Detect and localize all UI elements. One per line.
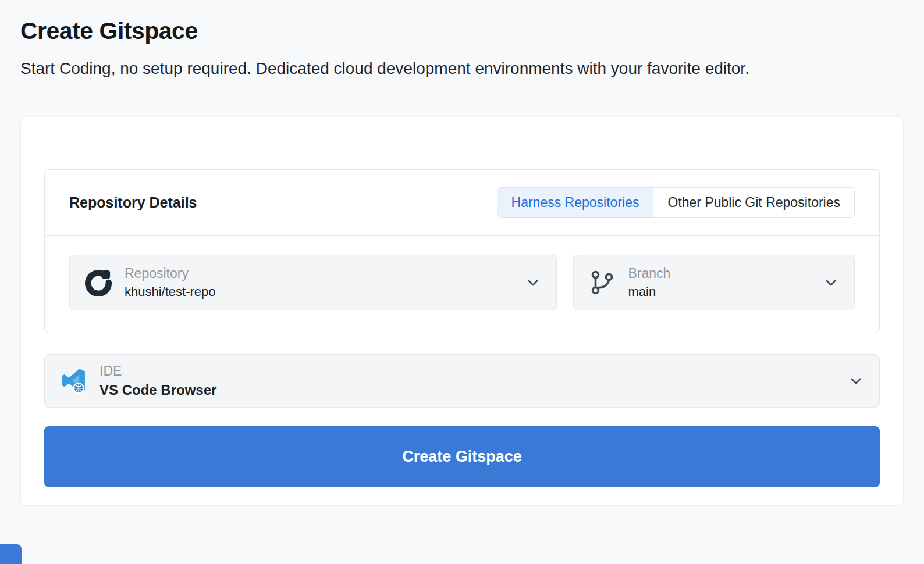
repository-label: Repository [125, 266, 512, 281]
repository-details-section: Repository Details Harness Repositories … [44, 169, 880, 333]
repository-branch-row: Repository khushi/test-repo [45, 235, 879, 333]
branch-label: Branch [628, 266, 811, 281]
git-branch-icon [589, 269, 616, 296]
ide-label: IDE [99, 363, 835, 379]
page-subtitle: Start Coding, no setup required. Dedicat… [20, 58, 870, 80]
floating-action-partial[interactable] [0, 544, 22, 564]
create-gitspace-page: Create Gitspace Start Coding, no setup r… [0, 0, 924, 564]
branch-select-text: Branch main [628, 266, 811, 299]
repository-select-text: Repository khushi/test-repo [125, 266, 512, 299]
vscode-browser-icon [60, 367, 87, 394]
repository-source-toggle: Harness Repositories Other Public Git Re… [497, 187, 855, 218]
chevron-down-icon [525, 274, 541, 291]
repo-icon [85, 269, 112, 296]
repository-select[interactable]: Repository khushi/test-repo [69, 255, 557, 310]
gitspace-form-card: Repository Details Harness Repositories … [20, 116, 904, 506]
branch-value: main [628, 284, 811, 299]
repository-value: khushi/test-repo [125, 284, 512, 299]
ide-select-text: IDE VS Code Browser [99, 363, 835, 398]
repository-details-heading: Repository Details [69, 194, 197, 211]
ide-value: VS Code Browser [99, 382, 835, 398]
branch-select[interactable]: Branch main [573, 255, 855, 310]
page-title: Create Gitspace [20, 17, 904, 45]
repository-details-header: Repository Details Harness Repositories … [45, 170, 879, 235]
ide-select[interactable]: IDE VS Code Browser [44, 354, 880, 408]
create-gitspace-button[interactable]: Create Gitspace [44, 426, 880, 487]
chevron-down-icon [823, 274, 839, 291]
tab-other-public-git-repositories[interactable]: Other Public Git Repositories [653, 188, 854, 217]
chevron-down-icon [848, 373, 864, 389]
tab-harness-repositories[interactable]: Harness Repositories [497, 188, 653, 217]
